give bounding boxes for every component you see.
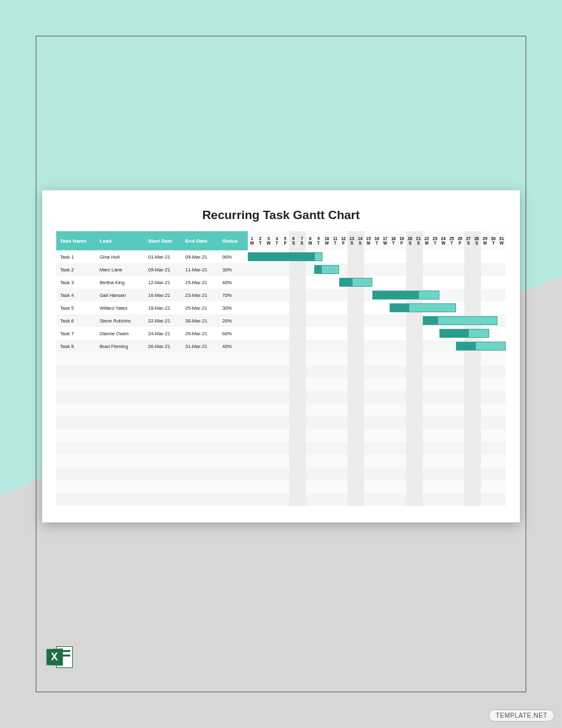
gantt-bar — [390, 303, 456, 312]
day-header-cell: 22M — [423, 231, 431, 250]
cell: 90% — [222, 250, 248, 263]
cell: Task 2 — [56, 263, 100, 276]
cell: Marc Lane — [100, 263, 148, 276]
cell: Dianne Owen — [100, 327, 148, 340]
cell: 15-Mar-21 — [185, 276, 222, 289]
table-row: Task 6Steve Robbins22-Mar-2130-Mar-2120% — [56, 314, 506, 327]
day-header-cell: 8M — [306, 231, 314, 250]
day-header-cell: 31W — [497, 231, 506, 250]
cell: Task 7 — [56, 327, 100, 340]
col-header-end: End Date — [185, 231, 222, 250]
day-header-cell: 1M — [248, 231, 256, 250]
col-header-lead: Lead — [100, 231, 148, 250]
day-header-cell: 18T — [390, 231, 398, 250]
day-header-cell: 15M — [364, 231, 372, 250]
gantt-area — [248, 289, 506, 301]
gantt-bar — [439, 329, 489, 338]
gantt-sheet: Task Name Lead Start Date End Date Statu… — [56, 231, 506, 506]
empty-row — [56, 365, 506, 378]
document-preview: Recurring Task Gantt Chart Task Name Lea… — [42, 190, 520, 522]
empty-row — [56, 467, 506, 480]
cell: 12-Mar-21 — [148, 276, 185, 289]
cell: 16-Mar-21 — [148, 289, 185, 301]
cell: Task 5 — [56, 301, 100, 314]
cell: 09-Mar-21 — [185, 250, 222, 263]
cell: Gina Holt — [100, 250, 148, 263]
empty-row — [56, 480, 506, 493]
page-title: Recurring Task Gantt Chart — [56, 208, 506, 222]
gantt-bar-progress — [423, 317, 438, 324]
day-header-cell: 28S — [473, 231, 481, 250]
cell: 24-Mar-21 — [148, 327, 185, 340]
day-header-cell: 16T — [372, 231, 381, 250]
day-header-cell: 20S — [406, 231, 414, 250]
day-header-cell: 25T — [448, 231, 456, 250]
day-header-cell: 3W — [264, 231, 273, 250]
day-header-cell: 13S — [347, 231, 356, 250]
empty-row — [56, 493, 506, 506]
table-row: Task 1Gina Holt01-Mar-2109-Mar-2190% — [56, 250, 506, 263]
gantt-bar — [423, 316, 497, 325]
empty-row — [56, 442, 506, 455]
cell: Task 6 — [56, 314, 100, 327]
col-header-start: Start Date — [148, 231, 185, 250]
empty-row — [56, 429, 506, 442]
cell: 26-Mar-21 — [148, 340, 185, 353]
cell: Steve Robbins — [100, 314, 148, 327]
gantt-area — [248, 263, 506, 276]
day-header-cell: 29M — [481, 231, 489, 250]
table-row: Task 7Dianne Owen24-Mar-2129-Mar-2160% — [56, 327, 506, 340]
gantt-bar — [314, 265, 339, 274]
day-header-cell: 9T — [314, 231, 323, 250]
excel-icon: X — [46, 644, 73, 671]
gantt-bar — [372, 291, 439, 300]
excel-badge: X — [47, 648, 63, 665]
day-header-cell: 27S — [464, 231, 473, 250]
cell: 40% — [222, 340, 248, 353]
empty-row — [56, 455, 506, 467]
day-header-cell: 23T — [431, 231, 439, 250]
cell: Willard Yates — [100, 301, 148, 314]
cell: Task 1 — [56, 250, 100, 263]
gantt-bar — [248, 252, 323, 261]
day-header-cell: 6S — [289, 231, 298, 250]
empty-row — [56, 378, 506, 391]
cell: Task 3 — [56, 276, 100, 289]
table-row: Task 3Bertha King12-Mar-2115-Mar-2140% — [56, 276, 506, 289]
cell: 30% — [222, 263, 248, 276]
gantt-bar-progress — [340, 278, 353, 286]
day-header-cell: 30T — [489, 231, 497, 250]
cell: 70% — [222, 289, 248, 301]
gantt-area — [248, 314, 506, 327]
day-header-cell: 12F — [339, 231, 347, 250]
cell: 30% — [222, 301, 248, 314]
cell: 29-Mar-21 — [185, 327, 222, 340]
cell: 31-Mar-21 — [185, 340, 222, 353]
table-row: Task 5Willard Yates18-Mar-2125-Mar-2130% — [56, 301, 506, 314]
col-header-status: Status — [222, 231, 248, 250]
gantt-bar-progress — [315, 266, 322, 273]
empty-row — [56, 353, 506, 365]
day-header-cell: 14S — [356, 231, 364, 250]
cell: Task 8 — [56, 340, 100, 353]
gantt-area — [248, 250, 506, 263]
cell: Brad Fleming — [100, 340, 148, 353]
day-header-cell: 10W — [323, 231, 331, 250]
day-header-cell: 26F — [456, 231, 464, 250]
gantt-bar-progress — [440, 330, 469, 337]
gantt-area — [248, 276, 506, 289]
cell: 22-Mar-21 — [148, 314, 185, 327]
cell: 20% — [222, 314, 248, 327]
cell: Task 4 — [56, 289, 100, 301]
table-row: Task 8Brad Fleming26-Mar-2131-Mar-2140% — [56, 340, 506, 353]
gantt-bar-progress — [457, 342, 476, 350]
gantt-bar-progress — [390, 304, 410, 312]
day-header-cell: 21S — [414, 231, 423, 250]
cell: 25-Mar-21 — [185, 301, 222, 314]
empty-rows — [56, 353, 506, 506]
col-header-task: Task Name — [56, 231, 100, 250]
watermark: TEMPLATE.NET — [489, 709, 554, 722]
cell: 30-Mar-21 — [185, 314, 222, 327]
table-row: Task 2Marc Lane09-Mar-2111-Mar-2130% — [56, 263, 506, 276]
day-header-cell: 2T — [256, 231, 264, 250]
